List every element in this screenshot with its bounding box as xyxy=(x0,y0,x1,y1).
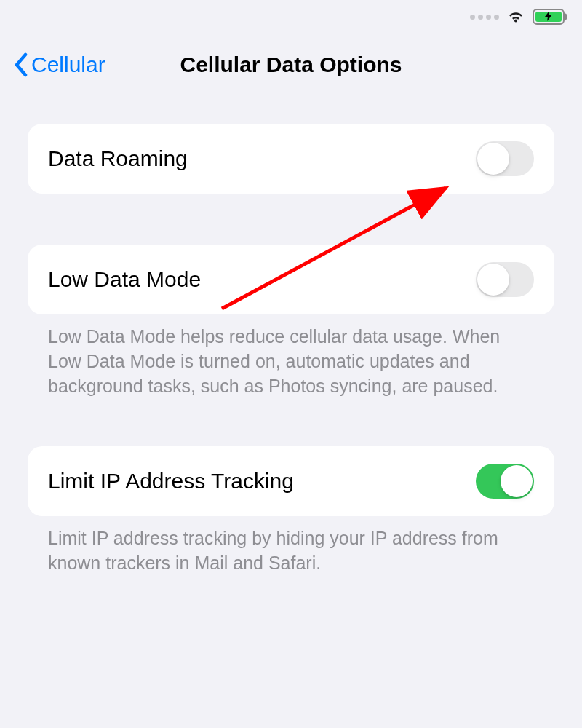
data-roaming-label: Data Roaming xyxy=(48,146,188,171)
data-roaming-toggle[interactable] xyxy=(476,141,534,176)
charging-bolt-icon xyxy=(545,11,552,23)
back-button[interactable]: Cellular xyxy=(13,52,105,77)
settings-content: Data Roaming Low Data Mode Low Data Mode… xyxy=(0,93,582,576)
low-data-mode-toggle[interactable] xyxy=(476,262,534,297)
limit-ip-tracking-toggle[interactable] xyxy=(476,464,534,499)
low-data-mode-label: Low Data Mode xyxy=(48,267,201,292)
battery-icon xyxy=(533,9,565,25)
low-data-mode-footer: Low Data Mode helps reduce cellular data… xyxy=(28,314,554,398)
status-bar xyxy=(0,0,582,31)
chevron-left-icon xyxy=(13,52,28,77)
back-label: Cellular xyxy=(31,52,105,77)
cellular-signal-icon xyxy=(470,15,499,20)
nav-header: Cellular Cellular Data Options xyxy=(0,31,582,93)
limit-ip-tracking-footer: Limit IP address tracking by hiding your… xyxy=(28,516,554,576)
limit-ip-tracking-label: Limit IP Address Tracking xyxy=(48,469,294,494)
wifi-icon xyxy=(506,9,525,24)
limit-ip-tracking-row: Limit IP Address Tracking xyxy=(28,446,554,516)
low-data-mode-row: Low Data Mode xyxy=(28,245,554,314)
data-roaming-row: Data Roaming xyxy=(28,124,554,194)
